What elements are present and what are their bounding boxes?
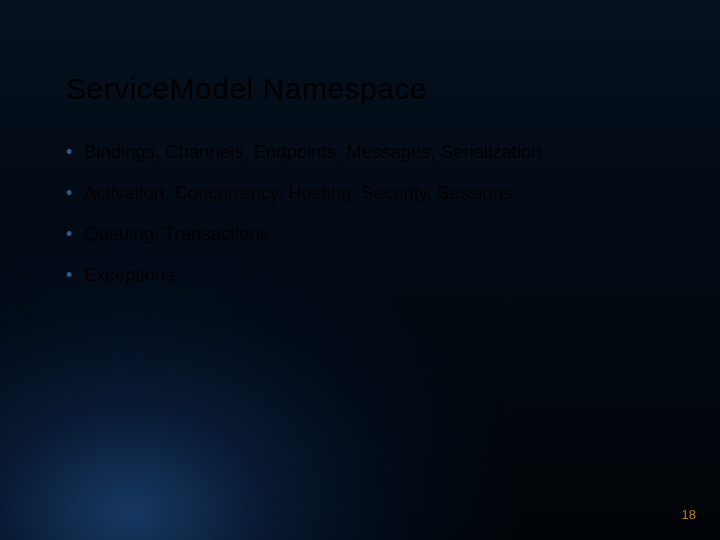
bullet-item: Activation, Concurrency, Hosting, Securi… bbox=[66, 181, 654, 206]
bullet-item: Queuing, Transactions bbox=[66, 222, 654, 247]
bullet-item: Exceptions bbox=[66, 263, 654, 288]
bullet-item: Bindings, Channels, Endpoints, Messages,… bbox=[66, 140, 654, 165]
page-number: 18 bbox=[682, 507, 696, 522]
bullet-list: Bindings, Channels, Endpoints, Messages,… bbox=[66, 140, 654, 288]
slide-title: ServiceModel Namespace bbox=[66, 72, 654, 106]
slide: ServiceModel Namespace Bindings, Channel… bbox=[0, 0, 720, 540]
